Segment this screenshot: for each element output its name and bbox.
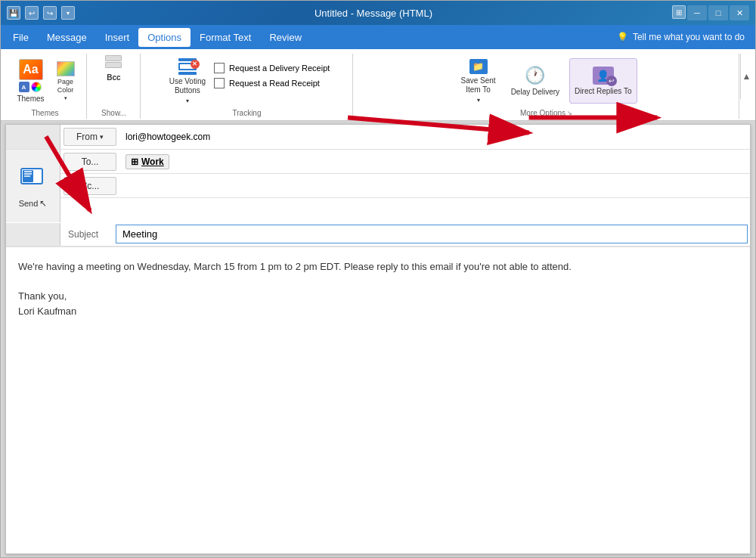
cursor-indicator: ↖: [39, 198, 47, 209]
subject-label: Subject: [60, 226, 113, 243]
menu-bar: File Message Insert Options Format Text …: [1, 25, 755, 49]
direct-replies-label: Direct Replies To: [575, 87, 631, 96]
menu-file[interactable]: File: [4, 28, 38, 47]
work-plus: ⊞: [131, 157, 138, 167]
read-receipt-checkbox[interactable]: Request a Read Receipt: [214, 78, 330, 88]
tell-me-search[interactable]: 💡 Tell me what you want to do: [609, 32, 752, 42]
tracking-group-label: Tracking: [147, 109, 346, 117]
themes-main-icon: Aa: [19, 59, 43, 80]
more-options-label: More Options: [520, 109, 565, 117]
subject-input[interactable]: [116, 225, 748, 243]
menu-message[interactable]: Message: [38, 28, 96, 47]
ribbon: Aa A Themes PageColor: [1, 49, 755, 121]
redo-title-icon[interactable]: ↪: [43, 6, 57, 20]
ribbon-group-voting: ✕ Use VotingButtons ▾ Request a Delivery…: [141, 54, 353, 119]
restore-button[interactable]: □: [708, 5, 728, 20]
save-sent-button[interactable]: 📁 Save SentItem To ▾: [455, 58, 500, 104]
menu-insert[interactable]: Insert: [96, 28, 139, 47]
delay-icon: 🕐: [525, 66, 545, 85]
themes-button[interactable]: Aa A Themes: [11, 55, 49, 107]
title-bar: 💾 ↩ ↪ ▾ Untitled - Message (HTML) ⊞ ─ □ …: [1, 1, 755, 25]
email-body[interactable]: We're having a meeting on Wednesday, Mar…: [6, 246, 750, 553]
save-sent-icon: 📁: [469, 59, 488, 74]
themes-a-icon: A: [19, 82, 29, 92]
show-group-icons: [105, 55, 122, 68]
from-button[interactable]: From ▾: [64, 128, 116, 146]
send-panel-spacer: [6, 125, 60, 149]
send-icon: [20, 164, 47, 195]
voting-dropdown[interactable]: ▾: [186, 98, 189, 104]
direct-replies-icon: 👤 ↩: [593, 67, 614, 85]
to-row: To... ⊞ Work: [60, 150, 750, 174]
receipt-checkboxes: Request a Delivery Receipt Request a Rea…: [214, 58, 330, 91]
bcc-button[interactable]: Bcc: [100, 70, 127, 85]
show-group-label: Show...: [94, 109, 134, 117]
ribbon-group-themes: Aa A Themes PageColor: [4, 54, 87, 119]
body-paragraph-3: Lori Kaufman: [18, 304, 738, 319]
page-color-label: PageColor: [57, 78, 74, 95]
show-icon-top: [105, 55, 122, 61]
delivery-receipt-box[interactable]: [214, 63, 225, 73]
from-dropdown-icon: ▾: [100, 133, 104, 141]
voting-icon: ✕: [177, 58, 198, 75]
compose-window: From ▾ lori@howtogeek.com: [5, 124, 751, 554]
window-controls: ⊞ ─ □ ✕: [672, 5, 749, 20]
themes-label: Themes: [17, 95, 44, 104]
voting-label: Use VotingButtons: [169, 77, 206, 95]
tell-me-label: Tell me what you want to do: [633, 32, 745, 42]
work-tag[interactable]: ⊞ Work: [125, 154, 169, 169]
cc-button[interactable]: Cc...: [64, 177, 116, 195]
menu-format-text[interactable]: Format Text: [191, 28, 260, 47]
close-button[interactable]: ✕: [730, 5, 749, 20]
menu-review[interactable]: Review: [260, 28, 311, 47]
cc-input[interactable]: [119, 178, 750, 194]
from-row: From ▾ lori@howtogeek.com: [6, 125, 750, 150]
title-bar-left-icons: 💾 ↩ ↪ ▾: [7, 6, 75, 20]
cc-row: Cc...: [60, 174, 750, 198]
body-paragraph-2: Thank you,: [18, 289, 738, 304]
save-title-icon[interactable]: 💾: [7, 6, 20, 20]
save-sent-dropdown[interactable]: ▾: [477, 97, 480, 104]
to-button[interactable]: To...: [64, 153, 116, 171]
themes-color-wheel: [31, 82, 42, 92]
compose-main: Send ↖ To... ⊞ Work: [6, 150, 750, 553]
send-panel[interactable]: Send ↖: [6, 150, 60, 222]
lightbulb-icon: 💡: [617, 32, 628, 42]
page-color-button[interactable]: PageColor ▾: [53, 57, 79, 106]
menu-options[interactable]: Options: [138, 28, 191, 47]
ribbon-content: Aa A Themes PageColor: [1, 52, 755, 120]
undo-title-icon[interactable]: ↩: [25, 6, 39, 20]
subject-row: Subject: [6, 222, 750, 246]
more-options-dialog-launcher[interactable]: ↘: [567, 110, 572, 116]
subject-spacer: [6, 223, 60, 246]
voting-buttons-button[interactable]: ✕ Use VotingButtons ▾: [164, 58, 211, 104]
ribbon-collapse-button[interactable]: ▲: [740, 54, 752, 99]
show-buttons: Bcc: [100, 55, 127, 107]
more-options-group-label: More Options ↘: [360, 109, 733, 117]
send-label-text: Send ↖: [19, 198, 48, 209]
page-color-group: PageColor ▾: [53, 57, 79, 106]
voting-content: ✕ Use VotingButtons ▾ Request a Delivery…: [164, 55, 330, 107]
show-icon-bottom: [105, 62, 122, 68]
to-field-area[interactable]: ⊞ Work: [119, 151, 750, 172]
ribbon-group-more-options: 📁 Save SentItem To ▾ 🕐 Delay Delivery 👤 …: [354, 54, 739, 119]
fields-container: To... ⊞ Work Cc...: [60, 150, 750, 222]
read-receipt-box[interactable]: [214, 78, 225, 88]
quick-access-dropdown[interactable]: ▾: [61, 6, 75, 20]
page-color-dropdown[interactable]: ▾: [64, 95, 67, 101]
window-mode-icon[interactable]: ⊞: [672, 5, 686, 19]
themes-buttons: Aa A Themes PageColor: [11, 55, 78, 107]
read-receipt-label: Request a Read Receipt: [229, 79, 320, 88]
delivery-receipt-checkbox[interactable]: Request a Delivery Receipt: [214, 63, 330, 73]
delivery-receipt-label: Request a Delivery Receipt: [229, 64, 330, 73]
delay-label: Delay Delivery: [511, 88, 559, 97]
minimize-button[interactable]: ─: [687, 5, 707, 20]
window-title: Untitled - Message (HTML): [75, 8, 672, 19]
delay-delivery-button[interactable]: 🕐 Delay Delivery: [506, 58, 565, 104]
fields-with-send: Send ↖ To... ⊞ Work: [6, 150, 750, 222]
more-options-content: 📁 Save SentItem To ▾ 🕐 Delay Delivery 👤 …: [455, 55, 637, 107]
ribbon-group-show: Bcc Show...: [88, 54, 141, 119]
direct-replies-button[interactable]: 👤 ↩ Direct Replies To: [569, 58, 637, 104]
bcc-label: Bcc: [107, 73, 120, 82]
body-paragraph-1: We're having a meeting on Wednesday, Mar…: [18, 259, 738, 274]
